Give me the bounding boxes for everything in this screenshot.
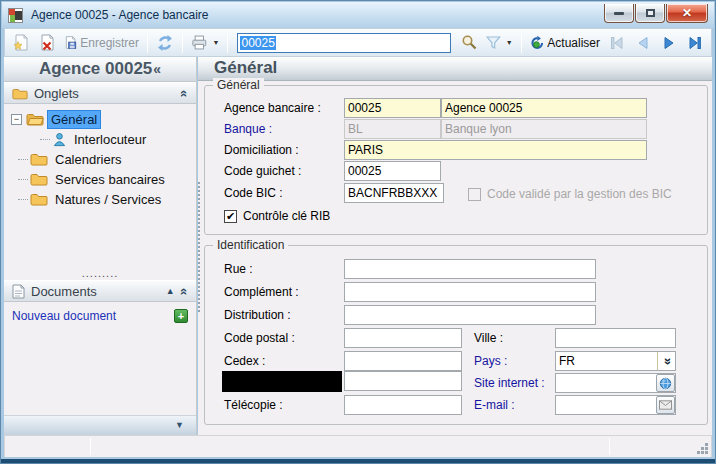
statusbar bbox=[4, 435, 712, 457]
panel-splitter-handle[interactable]: ......... bbox=[4, 264, 196, 280]
toolbar-separator bbox=[147, 33, 148, 53]
panel-header-documents[interactable]: Documents ▲ « bbox=[4, 280, 196, 302]
tree-connector bbox=[18, 159, 28, 160]
filter-button[interactable]: ▼ bbox=[483, 31, 516, 55]
new-document-link[interactable]: Nouveau document bbox=[12, 309, 116, 323]
pays-dropdown-button[interactable]: « bbox=[657, 352, 675, 370]
filter-icon bbox=[486, 35, 501, 50]
code-postal-field[interactable] bbox=[344, 328, 462, 348]
collapse-left-icon[interactable]: « bbox=[153, 61, 161, 77]
panel-onglets-label: Onglets bbox=[34, 86, 79, 101]
refresh-icon bbox=[156, 34, 174, 52]
code-postal-label: Code postal : bbox=[224, 328, 295, 348]
scroll-up-icon[interactable]: ▲ bbox=[166, 286, 175, 296]
distribution-label: Distribution : bbox=[224, 305, 291, 325]
banque-code-field bbox=[344, 119, 441, 139]
search-input-value: 00025 bbox=[240, 36, 275, 50]
code-bic-field[interactable] bbox=[344, 183, 444, 203]
first-record-icon bbox=[609, 35, 625, 51]
close-button[interactable]: ✕ bbox=[666, 4, 708, 23]
rue-field[interactable] bbox=[344, 259, 596, 279]
refresh-data-button[interactable]: Actualiser bbox=[527, 31, 603, 55]
domiciliation-label: Domiciliation : bbox=[224, 140, 299, 160]
envelope-icon bbox=[659, 400, 672, 410]
chevron-double-down-icon: « bbox=[659, 357, 674, 364]
collapse-node-icon[interactable]: − bbox=[11, 114, 22, 125]
open-website-button[interactable] bbox=[656, 374, 675, 392]
checkbox-checked-icon: ✔ bbox=[224, 210, 237, 223]
record-search-input[interactable]: 00025 bbox=[237, 33, 451, 53]
code-guichet-field[interactable] bbox=[344, 161, 441, 181]
site-internet-field[interactable] bbox=[555, 373, 676, 393]
app-icon bbox=[8, 8, 23, 23]
domiciliation-field[interactable] bbox=[344, 140, 647, 160]
minimize-button[interactable] bbox=[604, 4, 634, 23]
toolbar-separator bbox=[521, 33, 522, 53]
tree-item-services-bancaires[interactable]: Services bancaires bbox=[4, 169, 196, 189]
tree-connector bbox=[40, 139, 50, 140]
previous-record-button[interactable] bbox=[631, 31, 655, 55]
telephone-field[interactable] bbox=[344, 371, 462, 391]
email-field[interactable] bbox=[555, 395, 676, 415]
cedex-label: Cedex : bbox=[224, 351, 265, 371]
save-button[interactable]: Enregistrer bbox=[61, 31, 142, 55]
tree-item-interlocuteur[interactable]: Interlocuteur bbox=[4, 129, 196, 149]
save-button-label: Enregistrer bbox=[80, 36, 139, 50]
next-record-icon bbox=[661, 35, 677, 51]
last-record-icon bbox=[687, 35, 703, 51]
page-title: Général bbox=[198, 57, 712, 81]
distribution-field[interactable] bbox=[344, 305, 596, 325]
window-bottom-border bbox=[1, 459, 715, 463]
delete-record-button[interactable] bbox=[35, 31, 59, 55]
toolbar: Enregistrer ▼ 00025 ▼ Actualiser bbox=[4, 28, 712, 57]
search-button[interactable] bbox=[457, 31, 481, 55]
agence-name-field[interactable] bbox=[441, 98, 647, 118]
tree-item-calendriers-label: Calendriers bbox=[52, 151, 124, 168]
add-document-button[interactable]: + bbox=[174, 309, 188, 323]
window-controls: ✕ bbox=[604, 2, 708, 23]
tree-item-services-bancaires-label: Services bancaires bbox=[52, 171, 168, 188]
pays-combo[interactable]: FR « bbox=[555, 351, 676, 371]
restore-button[interactable] bbox=[635, 4, 665, 23]
panel-header-onglets[interactable]: Onglets « bbox=[4, 82, 196, 104]
folder-icon bbox=[30, 192, 48, 206]
last-record-button[interactable] bbox=[683, 31, 707, 55]
tree-item-calendriers[interactable]: Calendriers bbox=[4, 149, 196, 169]
tree-item-interlocuteur-label: Interlocuteur bbox=[71, 131, 149, 148]
agence-code-field[interactable] bbox=[344, 98, 441, 118]
complement-field[interactable] bbox=[344, 282, 596, 302]
resize-grip[interactable] bbox=[696, 442, 708, 454]
code-valide-bic-checkbox: Code validé par la gestion des BIC bbox=[468, 185, 672, 203]
tree-item-natures-services[interactable]: Natures / Services bbox=[4, 189, 196, 209]
send-email-button[interactable] bbox=[656, 396, 675, 414]
refresh-button[interactable] bbox=[153, 31, 177, 55]
titlebar: Agence 00025 - Agence bancaire ✕ bbox=[2, 2, 714, 28]
collapse-panel-icon[interactable]: « bbox=[177, 287, 192, 294]
group-general-legend: Général bbox=[213, 78, 264, 92]
complement-label: Complément : bbox=[224, 282, 299, 302]
code-guichet-label: Code guichet : bbox=[224, 161, 301, 181]
redacted-phone-label bbox=[222, 371, 342, 392]
scroll-down-icon[interactable]: ▼ bbox=[175, 420, 184, 430]
tree-item-general[interactable]: − Général bbox=[4, 109, 196, 129]
cedex-field[interactable] bbox=[344, 351, 462, 371]
magnifier-icon bbox=[461, 34, 478, 51]
code-valide-bic-label: Code validé par la gestion des BIC bbox=[487, 187, 672, 201]
save-icon bbox=[64, 34, 77, 51]
sidebar-footer: ▼ bbox=[4, 415, 196, 435]
folder-icon bbox=[12, 87, 28, 100]
first-record-button[interactable] bbox=[605, 31, 629, 55]
globe-icon bbox=[659, 377, 672, 390]
new-record-button[interactable] bbox=[9, 31, 33, 55]
folder-icon bbox=[30, 152, 48, 166]
tree-item-general-label: Général bbox=[47, 110, 101, 129]
ville-field[interactable] bbox=[555, 328, 676, 348]
controle-cle-rib-checkbox[interactable]: ✔ Contrôle clé RIB bbox=[224, 207, 330, 225]
pays-value: FR bbox=[556, 354, 657, 368]
person-icon bbox=[52, 132, 67, 147]
telecopie-field[interactable] bbox=[344, 395, 462, 415]
collapse-panel-icon[interactable]: « bbox=[177, 89, 192, 96]
statusbar-separator bbox=[90, 438, 91, 455]
print-button[interactable]: ▼ bbox=[188, 31, 223, 55]
next-record-button[interactable] bbox=[657, 31, 681, 55]
